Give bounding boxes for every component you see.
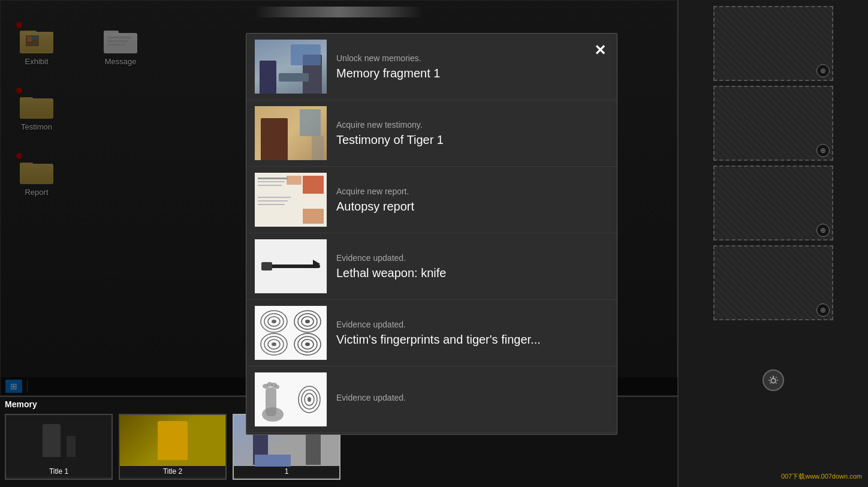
modal-item-foot[interactable]: Evidence updated. xyxy=(246,366,617,433)
svg-point-44 xyxy=(308,397,311,402)
autopsy-thumb xyxy=(255,173,327,227)
svg-point-40 xyxy=(275,385,279,389)
modal-item-testimony[interactable]: Acquire new testimony. Testimony of Tige… xyxy=(246,100,617,167)
modal-item-memory-fragment[interactable]: Unlock new memories. Memory fragment 1 xyxy=(246,34,617,100)
slot-1-magnify[interactable]: ⊕ xyxy=(816,64,830,77)
modal-item-autopsy[interactable]: Acquire new report. Autopsy report xyxy=(246,167,617,233)
modal-item-fingerprints[interactable]: Evidence updated. Victim's fingerprints … xyxy=(246,300,617,366)
fingerprints-thumb xyxy=(255,306,327,360)
memory-thumb-2-img xyxy=(120,415,225,466)
right-panel: ⊕ ⊕ ⊕ ⊕ 007下载www.007down.com xyxy=(677,0,868,487)
fingerprints-title: Victim's fingerprints and tiger's finger… xyxy=(336,333,608,347)
slot-2-magnify[interactable]: ⊕ xyxy=(816,144,830,157)
svg-point-30 xyxy=(272,342,276,346)
slot-3-bg xyxy=(715,167,832,239)
slot-4-bg xyxy=(715,246,832,319)
modal-items-list: Unlock new memories. Memory fragment 1 A… xyxy=(246,34,617,434)
memory-thumb-3-label: 1 xyxy=(234,466,339,477)
memory-thumb-1[interactable]: Title 1 xyxy=(5,414,113,480)
slot-2-bg xyxy=(715,87,832,160)
fingerprints-text: Evidence updated. Victim's fingerprints … xyxy=(336,320,608,347)
modal-close-button[interactable]: ✕ xyxy=(589,40,611,61)
slot-4-magnify[interactable]: ⊕ xyxy=(816,303,830,317)
knife-title: Lethal weapon: knife xyxy=(336,266,608,280)
memory-fragment-text: Unlock new memories. Memory fragment 1 xyxy=(336,53,608,80)
knife-thumb xyxy=(255,239,327,293)
evidence-slots: ⊕ ⊕ ⊕ ⊕ xyxy=(679,0,868,326)
autopsy-title: Autopsy report xyxy=(336,200,608,214)
testimony-subtitle: Acquire new testimony. xyxy=(336,120,608,130)
modal-item-knife[interactable]: Evidence updated. Lethal weapon: knife xyxy=(246,233,617,300)
mem-yellow-bg xyxy=(120,415,225,466)
testimony-thumb xyxy=(255,106,327,160)
foot-subtitle: Evidence updated. xyxy=(336,393,608,402)
svg-point-22 xyxy=(272,320,276,323)
svg-rect-36 xyxy=(266,387,276,416)
slot-3-magnify[interactable]: ⊕ xyxy=(816,224,830,237)
power-button[interactable] xyxy=(762,369,784,391)
foot-thumb xyxy=(255,372,327,426)
testimony-title: Testimony of Tiger 1 xyxy=(336,133,608,147)
evidence-slot-4[interactable]: ⊕ xyxy=(713,245,833,320)
evidence-slot-2[interactable]: ⊕ xyxy=(713,86,833,161)
memory-thumb-1-label: Title 1 xyxy=(6,466,111,477)
autopsy-text: Acquire new report. Autopsy report xyxy=(336,187,608,214)
evidence-modal: ✕ Unlock new memories. Memory fragment 1 xyxy=(246,33,617,435)
fingerprints-subtitle: Evidence updated. xyxy=(336,320,608,329)
memory-thumb-1-img xyxy=(6,415,111,466)
svg-point-26 xyxy=(305,320,310,323)
memory-fragment-subtitle: Unlock new memories. xyxy=(336,53,608,63)
watermark: 007下载www.007down.com xyxy=(781,472,862,481)
knife-subtitle: Evidence updated. xyxy=(336,253,608,263)
slot-1-bg xyxy=(715,7,832,80)
svg-point-34 xyxy=(305,342,310,346)
mem-dark-bg xyxy=(6,415,111,466)
autopsy-subtitle: Acquire new report. xyxy=(336,187,608,196)
foot-text: Evidence updated. xyxy=(336,393,608,406)
memory-thumb-2-label: Title 2 xyxy=(120,466,225,477)
testimony-text: Acquire new testimony. Testimony of Tige… xyxy=(336,120,608,147)
evidence-slot-3[interactable]: ⊕ xyxy=(713,166,833,241)
memory-fragment-thumb xyxy=(255,40,327,94)
svg-point-45 xyxy=(771,378,776,383)
memory-fragment-title: Memory fragment 1 xyxy=(336,67,608,80)
memory-thumb-2[interactable]: Title 2 xyxy=(119,414,227,480)
knife-text: Evidence updated. Lethal weapon: knife xyxy=(336,253,608,280)
evidence-slot-1[interactable]: ⊕ xyxy=(713,6,833,81)
